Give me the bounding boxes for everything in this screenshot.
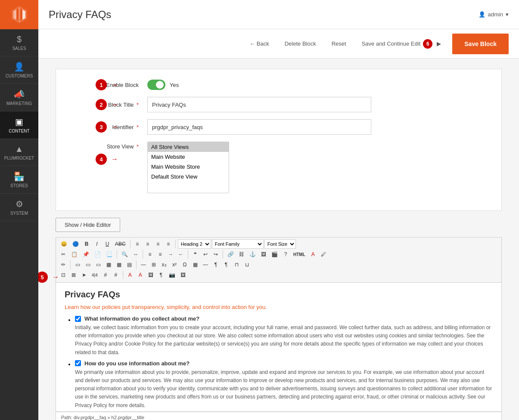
toolbar-box3[interactable]: ▭ [93,260,103,269]
topbar: Privacy FAQs 👤 admin ▾ [38,0,519,29]
toolbar-table[interactable]: ⊞ [149,260,158,269]
store-option-main-website[interactable]: Main Website [148,152,229,162]
path-bar: Path: div.prgdpr__faq » h2.prgdpr__title [56,412,502,420]
toolbar-box1[interactable]: ▭ [73,260,82,269]
store-view-row: 4 → Store View * All Store Views Main We… [70,142,488,193]
toolbar-sub[interactable]: x₂ [159,260,169,269]
toolbar-emoji2[interactable]: 🔵 [70,239,81,249]
toolbar-box5[interactable]: ▦ [114,260,124,269]
toolbar-special[interactable]: Ω [180,260,190,269]
font-family-select[interactable]: Font Family Arial Times New Roman [212,239,264,249]
toolbar-special2[interactable]: ▦ [190,260,200,269]
toolbar-hash2[interactable]: # [111,270,121,280]
toolbar-bold[interactable]: B [82,239,91,249]
store-view-select[interactable]: All Store Views Main Website Main Websit… [147,142,229,193]
toolbar-ul[interactable]: ≡ [145,250,155,259]
toolbar-box4[interactable]: ▩ [104,260,113,269]
show-hide-editor-button[interactable]: Show / Hide Editor [56,218,120,232]
toolbar-sel3[interactable]: ➤ [79,270,89,280]
back-button[interactable]: ← Back [242,29,277,58]
store-option-default[interactable]: Default Store View [148,172,229,182]
toolbar-indent[interactable]: → [166,250,175,259]
identifier-input[interactable] [147,119,371,135]
toolbar-copy[interactable]: 📋 [69,250,80,259]
reset-button[interactable]: Reset [324,29,354,58]
toolbar-align-left[interactable]: ≡ [133,239,142,249]
faq2-checkbox[interactable] [75,360,81,366]
toolbar-color[interactable]: A [308,250,318,259]
toolbar-unlink[interactable]: ⛓ [237,250,246,259]
toolbar-hash[interactable]: # [101,270,110,280]
toolbar-img3[interactable]: 📷 [167,270,177,280]
toolbar-anchor[interactable]: ⚓ [247,250,258,259]
toolbar-html[interactable]: HTML [291,250,308,259]
toolbar-para2[interactable]: ¶ [221,260,231,269]
sidebar: $ SALES 👤 CUSTOMERS 📣 MARKETING ▣ CONTEN… [0,0,38,420]
user-menu[interactable]: 👤 admin ▾ [479,11,509,18]
toolbar-help[interactable]: ? [281,250,290,259]
font-size-select[interactable]: Font Size 8 10 12 [264,239,296,249]
toolbar-align-right[interactable]: ≡ [153,239,163,249]
toolbar-special4[interactable]: ⊓ [232,260,241,269]
toolbar-image[interactable]: 🖼 [259,250,268,259]
delete-block-button[interactable]: Delete Block [277,29,324,58]
toolbar-underline[interactable]: U [103,239,112,249]
toolbar-sel2[interactable]: ⊠ [69,270,78,280]
toolbar-highlight[interactable]: 🖊 [319,250,328,259]
save-continue-button[interactable]: Save and Continue Edit 6 ▶ [354,29,449,58]
sidebar-item-marketing[interactable]: 📣 MARKETING [0,84,38,111]
required-mark: * [137,143,139,150]
toolbar-paste3[interactable]: 📃 [104,250,115,259]
toolbar-para3[interactable]: ¶ [156,270,166,280]
block-title-input[interactable] [147,97,371,112]
content-icon: ▣ [15,117,23,127]
toolbar-color3[interactable]: A [136,270,145,280]
enable-block-toggle[interactable] [147,80,165,90]
sidebar-item-stores[interactable]: 🏪 STORES [0,166,38,194]
step3-arrow: → [111,123,118,131]
heading-select[interactable]: Heading 2 Heading 1 Heading 3 [178,239,211,249]
toolbar-hr[interactable]: — [139,260,148,269]
store-option-main-website-store[interactable]: Main Website Store [148,162,229,172]
sidebar-item-system[interactable]: ⚙ SYSTEM [0,194,38,221]
toolbar-special3[interactable]: — [201,260,210,269]
toolbar-para[interactable]: ¶ [211,260,221,269]
sidebar-item-sales[interactable]: $ SALES [0,29,38,56]
toolbar-ol[interactable]: ≡ [155,250,165,259]
toolbar-special5[interactable]: ⊔ [242,260,252,269]
save-block-button[interactable]: Save Block [452,34,509,54]
toolbar-align-center[interactable]: ≡ [143,239,152,249]
toolbar-strikethrough[interactable]: ABC [113,239,128,249]
sidebar-item-content[interactable]: ▣ CONTENT [0,111,38,139]
toolbar-media[interactable]: 🎬 [269,250,280,259]
toolbar-redo[interactable]: ↪ [211,250,221,259]
toolbar-paste2[interactable]: 📄 [92,250,103,259]
faq2-question: How do you use information about me? [75,360,493,367]
sidebar-item-plumrocket[interactable]: ▲ PLUMROCKET [0,139,38,166]
magento-logo[interactable] [0,0,38,29]
toolbar-justify[interactable]: ≡ [164,239,173,249]
store-option-all[interactable]: All Store Views [148,142,229,152]
toolbar-sup[interactable]: x² [170,260,179,269]
toolbar-paste[interactable]: 📌 [81,250,91,259]
toolbar-replace[interactable]: ↔ [131,250,140,259]
editor-content[interactable]: Privacy FAQs Learn how our policies put … [56,283,502,412]
toolbar-img2[interactable]: 🖼 [146,270,155,280]
toolbar-undo[interactable]: ↩ [201,250,210,259]
sidebar-item-customers[interactable]: 👤 CUSTOMERS [0,56,38,84]
toolbar-cut[interactable]: ✂ [59,250,68,259]
toolbar-emoji1[interactable]: 😀 [59,239,69,249]
toolbar-search[interactable]: 🔍 [119,250,130,259]
toolbar-num[interactable]: 4|4 [90,270,100,280]
toolbar-box2[interactable]: ▭ [83,260,93,269]
toolbar-img4[interactable]: 🖼 [178,270,188,280]
toolbar-outdent[interactable]: ← [176,250,186,259]
toolbar-link[interactable]: 🔗 [225,250,236,259]
toolbar-color2[interactable]: A [125,270,135,280]
toolbar-italic[interactable]: I [92,239,102,249]
faq1-checkbox[interactable] [75,316,81,322]
toolbar-blockquote[interactable]: ❝ [190,250,200,259]
toolbar-box6[interactable]: ▤ [124,260,134,269]
toolbar-edit[interactable]: ✏ [59,260,68,269]
faq1-question: What information do you collect about me… [75,315,493,322]
